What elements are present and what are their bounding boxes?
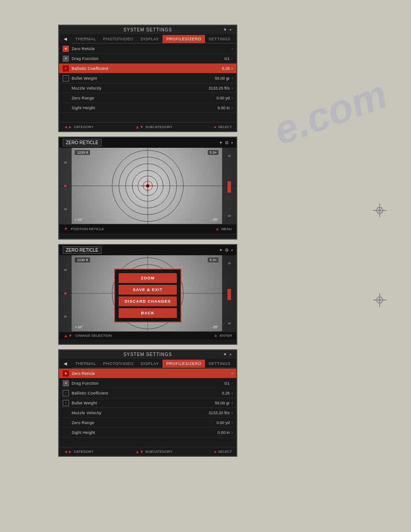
back-button[interactable]: BACK [119, 308, 177, 318]
tab-thermal[interactable]: THERMAL [72, 35, 100, 43]
tab-profileszero[interactable]: PROFILES/ZERO [163, 35, 205, 43]
arrow4-ballistic-coeff: › [231, 391, 233, 395]
row-icon-bulletweight: ✓ [63, 75, 69, 82]
arrow-sight-height: › [231, 106, 233, 110]
select4-label: SELECT [218, 450, 232, 454]
row-drag-function[interactable]: ≡ Drag Function G1 › [59, 54, 236, 64]
zoom-button[interactable]: ZOOM [119, 273, 177, 283]
category4-label: CATEGORY [74, 450, 94, 454]
footer-position-reticle: ✦ POSITION RETICLE [64, 226, 104, 232]
arrow4-zero-reticle: › [231, 371, 233, 376]
row4-zero-reticle[interactable]: ⊕ Zero Reticle › [59, 369, 236, 378]
row4-icon-ballistic: ✓ [63, 390, 69, 396]
row-sight-height[interactable]: Sight Height 0.00 in › [59, 103, 236, 113]
label4-sight-height: Sight Height [72, 430, 218, 435]
tab4-profileszero[interactable]: PROFILES/ZERO [163, 360, 205, 368]
footer4-select: ● SELECT [214, 449, 232, 454]
change-selection-icon: ▲▼ [64, 333, 73, 338]
save-exit-button[interactable]: SAVE & EXIT [119, 285, 177, 295]
value4-zero-range: 0.00 yd [216, 420, 230, 425]
subcategory4-label: SUBCATEGORY [145, 450, 172, 454]
panel2-icons: ✦ ⚙ ▪ [219, 140, 233, 145]
row4-sight-height[interactable]: Sight Height 0.00 in › [59, 428, 236, 438]
subcategory-icon: ▲▼ [135, 124, 144, 129]
scope3-distance: 1220 ft [75, 257, 90, 262]
tab-settings[interactable]: SETTINGS [205, 35, 234, 43]
label-zero-reticle: Zero Reticle [72, 47, 231, 51]
tab4-settings[interactable]: SETTINGS [205, 360, 234, 368]
panel2-title: ZERO RETICLE [63, 139, 102, 146]
enter-icon: ● [214, 333, 217, 338]
row-zero-reticle[interactable]: ⊕ Zero Reticle › [59, 44, 236, 54]
menu-label: MENU [221, 227, 232, 231]
row4-muzzle-velocity[interactable]: Muzzle Velocity 3133.20 ft/s › [59, 408, 236, 418]
scope-zoom-badge: 5.3× [208, 150, 218, 155]
position-reticle-icon: ✦ [64, 226, 68, 232]
watermark: e.com [268, 71, 393, 154]
arrow4-muzzle-velocity: › [231, 411, 233, 415]
row-ballistic-coeff[interactable]: ✓ Ballistic Coefficient 0.26 › [59, 64, 236, 73]
row-icon-zeroreticle: ⊕ [63, 46, 69, 52]
arrow-ballistic-coeff: › [231, 66, 233, 71]
footer-category: ◄► CATEGORY [64, 124, 94, 129]
value-bullet-weight: 55.00 gr [215, 76, 230, 81]
value4-sight-height: 0.00 in [218, 430, 230, 435]
value4-ballistic-coeff: 0.26 [222, 391, 230, 395]
settings-icon3: ⚙ [225, 248, 229, 253]
position-reticle-label: POSITION RETICLE [71, 227, 104, 231]
scope3-angle-bl: + 01° [75, 325, 83, 329]
row-muzzle-velocity[interactable]: Muzzle Velocity 3133.20 ft/s › [59, 83, 236, 93]
save-icon: ▪ [230, 27, 232, 33]
footer-menu: ● MENU [216, 226, 232, 232]
back-arrow4[interactable]: ◄ [59, 359, 72, 369]
row4-ballistic-coeff[interactable]: ✓ Ballistic Coefficient 0.26 › [59, 388, 236, 398]
tab-display[interactable]: DISPLAY [137, 35, 163, 43]
row4-bullet-weight[interactable]: ✓ Bullet Weight 55.00 gr › [59, 398, 236, 408]
record-icon3: ▪ [231, 248, 233, 253]
label4-ballistic-coeff: Ballistic Coefficient [72, 391, 222, 395]
value-muzzle-velocity: 3133.20 ft/s [209, 86, 230, 90]
panel3-title: ZERO RETICLE [63, 246, 102, 254]
row-icon-dragfunc: ≡ [63, 56, 69, 62]
row-zero-range[interactable]: Zero Range 0.00 yd › [59, 93, 236, 103]
label4-drag-function: Drag Function [72, 381, 224, 386]
tab-photovideo[interactable]: PHOTO/VIDEO [99, 35, 137, 43]
select-label: SELECT [218, 125, 232, 129]
row4-drag-function[interactable]: ≡ Drag Function G1 › [59, 378, 236, 388]
row4-zero-range[interactable]: Zero Range 0.00 yd › [59, 418, 236, 428]
enter-label: ENTER [220, 334, 232, 338]
arrow4-zero-range: › [231, 420, 233, 425]
scope-right-overlay: 10 10 [222, 148, 236, 224]
subcategory-label: SUBCATEGORY [145, 125, 172, 129]
back-arrow[interactable]: ◄ [59, 34, 72, 44]
subcategory4-icon: ▲▼ [135, 449, 144, 454]
row-bullet-weight[interactable]: ✓ Bullet Weight 55.00 gr › [59, 73, 236, 83]
value-drag-function: G1 [224, 56, 230, 61]
settings-icon2: ⚙ [225, 140, 229, 145]
panel4-title: SYSTEM SETTINGS [124, 352, 172, 357]
position-icon-panel3 [373, 293, 386, 307]
footer-subcategory: ▲▼ SUBCATEGORY [135, 124, 172, 129]
arrow4-sight-height: › [231, 430, 233, 435]
panel4-nav-tabs: THERMAL PHOTO/VIDEO DISPLAY PROFILES/ZER… [72, 360, 236, 368]
tab4-display[interactable]: DISPLAY [137, 360, 163, 368]
scope-distance-badge: 1220 ft [75, 150, 90, 155]
row4-icon-dragfunc: ≡ [63, 380, 69, 386]
scope3-angle-br: - 05° [211, 325, 218, 329]
discard-changes-button[interactable]: DISCARD CHANGES [119, 296, 177, 306]
panel4-system-settings: SYSTEM SETTINGS ✦ ▪ ◄ THERMAL PHOTO/VIDE… [58, 349, 237, 457]
scope-view3: 20 ▶ 20 10 10 1220 ft 5.3× + 01° - 05° Z… [59, 255, 236, 331]
panel3-icons: ✦ ⚙ ▪ [219, 248, 233, 253]
panel1-system-settings: SYSTEM SETTINGS ✦ ▪ ◄ THERMAL PHOTO/VIDE… [58, 25, 237, 132]
menu-dot-icon: ● [216, 227, 218, 232]
select4-icon: ● [214, 449, 217, 454]
panel3-footer: ▲▼ CHANGE SELECTION ● ENTER [59, 331, 236, 339]
footer4-category: ◄► CATEGORY [64, 449, 94, 454]
tab4-photovideo[interactable]: PHOTO/VIDEO [99, 360, 137, 368]
panel1-title: SYSTEM SETTINGS [124, 27, 172, 32]
save-icon4: ▪ [230, 352, 232, 357]
tab4-thermal[interactable]: THERMAL [72, 360, 100, 368]
panel2-zero-reticle: ZERO RETICLE ✦ ⚙ ▪ [58, 137, 237, 240]
footer-select: ● SELECT [214, 124, 232, 129]
label4-muzzle-velocity: Muzzle Velocity [72, 411, 209, 415]
